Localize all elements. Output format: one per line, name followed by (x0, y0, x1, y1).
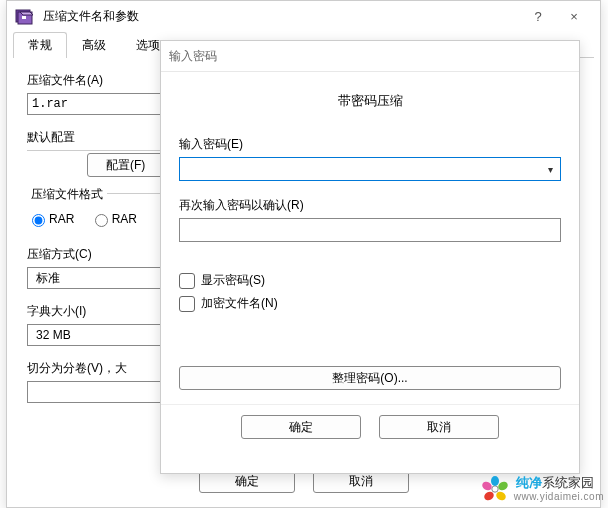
format-group-label: 压缩文件格式 (27, 186, 107, 203)
password-dialog: 输入密码 带密码压缩 输入密码(E) ▾ 再次输入密码以确认(R) 显示密码(S… (160, 40, 580, 474)
watermark-icon (480, 474, 510, 504)
watermark-brand1: 纯净 (516, 475, 542, 490)
config-button[interactable]: 配置(F) (87, 153, 164, 177)
close-button[interactable]: × (556, 2, 592, 30)
app-icon (15, 7, 37, 25)
watermark-url: www.yidaimei.com (514, 491, 604, 502)
archive-name-label: 压缩文件名(A) (27, 72, 177, 89)
chevron-down-icon[interactable]: ▾ (540, 158, 560, 180)
pwd-ok-button[interactable]: 确定 (241, 415, 361, 439)
checkbox-icon (179, 273, 195, 289)
pwd-subtitle: 带密码压缩 (179, 92, 561, 110)
confirm-password-label: 再次输入密码以确认(R) (179, 197, 561, 214)
enter-password-label: 输入密码(E) (179, 136, 561, 153)
tab-advanced[interactable]: 高级 (67, 32, 121, 58)
pwd-cancel-button[interactable]: 取消 (379, 415, 499, 439)
dict-label: 字典大小(I) (27, 303, 177, 320)
organize-passwords-button[interactable]: 整理密码(O)... (179, 366, 561, 390)
pwd-titlebar[interactable]: 输入密码 (161, 41, 579, 72)
split-label: 切分为分卷(V)，大 (27, 360, 177, 377)
show-password-checkbox[interactable]: 显示密码(S) (179, 272, 561, 289)
encrypt-names-label: 加密文件名(N) (201, 295, 278, 312)
confirm-password-input[interactable] (179, 218, 561, 242)
show-password-label: 显示密码(S) (201, 272, 265, 289)
method-select[interactable]: 标准 (27, 267, 177, 289)
tab-general[interactable]: 常规 (13, 32, 67, 58)
watermark-brand2: 系统家园 (542, 475, 594, 490)
help-button[interactable]: ? (520, 2, 556, 30)
archive-name-input[interactable] (27, 93, 177, 115)
watermark: 纯净系统家园 www.yidaimei.com (480, 474, 604, 504)
dict-select[interactable]: 32 MB (27, 324, 177, 346)
enter-password-input[interactable] (179, 157, 561, 181)
svg-point-4 (491, 476, 499, 486)
pwd-title: 输入密码 (169, 48, 571, 65)
split-input[interactable] (27, 381, 177, 403)
checkbox-icon (179, 296, 195, 312)
enter-password-combo[interactable]: ▾ (179, 157, 561, 181)
format-rar-radio[interactable]: RAR (27, 211, 74, 227)
main-titlebar[interactable]: 压缩文件名和参数 ? × (7, 1, 600, 31)
format-rar5-radio[interactable]: RAR (90, 211, 137, 227)
method-label: 压缩方式(C) (27, 246, 177, 263)
main-title: 压缩文件名和参数 (43, 8, 520, 25)
svg-rect-2 (22, 16, 26, 19)
svg-point-3 (492, 486, 498, 492)
encrypt-names-checkbox[interactable]: 加密文件名(N) (179, 295, 561, 312)
default-profile-label: 默认配置 (27, 129, 177, 146)
